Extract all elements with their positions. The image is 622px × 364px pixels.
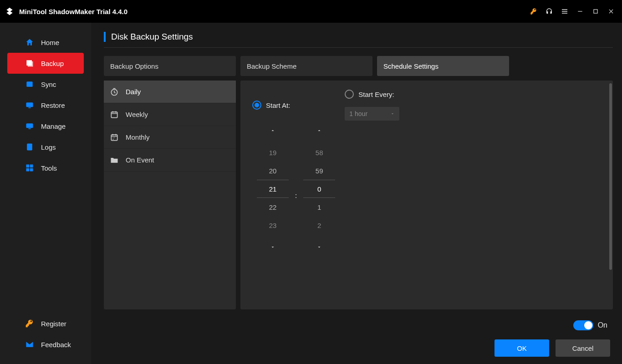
radio-start-every[interactable]: Start Every: xyxy=(345,90,399,99)
chevron-up-icon[interactable] xyxy=(252,125,293,136)
minimize-button[interactable] xyxy=(574,5,586,18)
svg-rect-9 xyxy=(27,144,32,151)
restore-icon xyxy=(25,100,35,110)
freq-daily[interactable]: Daily xyxy=(104,81,236,103)
sidebar-item-label: Logs xyxy=(41,143,56,151)
support-icon[interactable] xyxy=(543,5,556,18)
calendar-month-icon xyxy=(109,132,119,142)
key-icon[interactable] xyxy=(527,5,540,18)
sidebar-item-restore[interactable]: Restore xyxy=(7,95,84,116)
tab-backup-scheme[interactable]: Backup Scheme xyxy=(240,56,372,76)
freq-label: Daily xyxy=(126,88,141,96)
hour-selected[interactable]: 21 xyxy=(257,180,289,198)
folder-icon xyxy=(109,155,119,165)
backup-icon xyxy=(25,58,35,68)
radio-label: Start At: xyxy=(266,101,290,109)
settings-tabs: Backup Options Backup Scheme Schedule Se… xyxy=(104,56,613,76)
select-value: 1 hour xyxy=(349,110,367,117)
ok-button[interactable]: OK xyxy=(495,339,549,357)
sidebar-item-logs[interactable]: Logs xyxy=(7,136,84,157)
app-title: MiniTool ShadowMaker Trial 4.4.0 xyxy=(19,8,127,15)
hour-option[interactable]: 20 xyxy=(269,162,277,180)
sidebar-item-home[interactable]: Home xyxy=(7,32,84,53)
freq-on-event[interactable]: On Event xyxy=(104,149,236,172)
radio-icon xyxy=(252,101,261,110)
svg-rect-15 xyxy=(111,112,117,117)
menu-icon[interactable] xyxy=(558,5,571,18)
sidebar-item-label: Feedback xyxy=(41,341,71,349)
svg-point-17 xyxy=(113,137,114,138)
schedule-toggle-wrap: On xyxy=(573,320,607,330)
sidebar-item-manage[interactable]: Manage xyxy=(7,116,84,136)
svg-rect-12 xyxy=(26,168,30,172)
freq-monthly[interactable]: Monthly xyxy=(104,126,236,149)
maximize-button[interactable] xyxy=(589,5,602,18)
svg-rect-0 xyxy=(578,11,582,11)
sidebar-item-label: Sync xyxy=(41,81,56,88)
freq-label: On Event xyxy=(126,156,154,164)
tab-schedule-settings[interactable]: Schedule Settings xyxy=(377,56,509,76)
minute-spinner[interactable]: 58 59 0 1 2 xyxy=(299,125,340,253)
sidebar-item-tools[interactable]: Tools xyxy=(7,157,84,178)
svg-rect-13 xyxy=(30,168,33,172)
scrollbar[interactable] xyxy=(609,83,612,270)
key-icon xyxy=(25,318,35,329)
page-title: Disk Backup Settings xyxy=(111,32,193,42)
tools-icon xyxy=(25,163,35,173)
schedule-toggle[interactable] xyxy=(573,320,593,330)
close-button[interactable] xyxy=(605,5,617,18)
svg-rect-8 xyxy=(29,128,31,129)
svg-rect-11 xyxy=(30,165,33,168)
radio-icon xyxy=(345,90,354,99)
home-icon xyxy=(25,37,35,47)
app-logo-icon xyxy=(5,6,15,16)
sidebar-item-label: Manage xyxy=(41,122,66,130)
cancel-button[interactable]: Cancel xyxy=(556,339,610,357)
hour-option[interactable]: 22 xyxy=(269,198,277,216)
chevron-down-icon[interactable] xyxy=(252,242,293,253)
hour-option[interactable]: 19 xyxy=(269,143,277,162)
svg-rect-3 xyxy=(28,61,33,67)
radio-label: Start Every: xyxy=(358,91,394,98)
svg-rect-1 xyxy=(594,10,597,13)
sidebar-item-sync[interactable]: Sync xyxy=(7,74,84,95)
sidebar-item-label: Tools xyxy=(41,164,57,172)
hour-option[interactable]: 23 xyxy=(269,216,277,234)
content-area: Disk Backup Settings Backup Options Back… xyxy=(91,23,622,364)
calendar-week-icon xyxy=(109,110,119,120)
hour-spinner[interactable]: 19 20 21 22 23 xyxy=(252,125,293,253)
svg-rect-10 xyxy=(26,165,30,168)
svg-rect-4 xyxy=(26,81,32,87)
sidebar-item-backup[interactable]: Backup xyxy=(7,53,84,74)
svg-rect-7 xyxy=(26,123,33,128)
sidebar: Home Backup Sync Restore Manage Logs xyxy=(0,23,91,364)
svg-point-19 xyxy=(113,139,114,140)
mail-icon xyxy=(25,339,35,349)
sidebar-item-label: Register xyxy=(41,320,66,328)
title-accent-bar xyxy=(104,32,106,42)
sidebar-item-register[interactable]: Register xyxy=(7,313,84,334)
freq-weekly[interactable]: Weekly xyxy=(104,103,236,126)
chevron-down-icon[interactable] xyxy=(299,242,340,253)
minute-option[interactable]: 1 xyxy=(317,198,321,216)
sidebar-item-feedback[interactable]: Feedback xyxy=(7,334,84,355)
sidebar-item-label: Home xyxy=(41,39,59,46)
minute-option[interactable]: 58 xyxy=(316,143,323,162)
time-colon: : xyxy=(293,192,299,199)
titlebar: MiniTool ShadowMaker Trial 4.4.0 xyxy=(0,0,622,23)
minute-selected[interactable]: 0 xyxy=(303,180,335,198)
config-pane: Start At: Start Every: 1 hour xyxy=(240,81,613,309)
button-row: OK Cancel xyxy=(104,337,613,359)
sidebar-item-label: Restore xyxy=(41,101,65,109)
start-every-select: 1 hour xyxy=(345,107,399,121)
freq-label: Weekly xyxy=(126,111,148,118)
svg-rect-16 xyxy=(111,135,117,141)
frequency-pane: Daily Weekly Monthly On Event xyxy=(104,81,236,309)
minute-option[interactable]: 59 xyxy=(316,162,323,180)
radio-start-at[interactable]: Start At: xyxy=(252,101,290,110)
chevron-up-icon[interactable] xyxy=(299,125,340,136)
minute-option[interactable]: 2 xyxy=(317,216,321,234)
page-title-wrap: Disk Backup Settings xyxy=(104,32,613,48)
time-spinner: 19 20 21 22 23 : 58 xyxy=(252,125,601,253)
tab-backup-options[interactable]: Backup Options xyxy=(104,56,236,76)
